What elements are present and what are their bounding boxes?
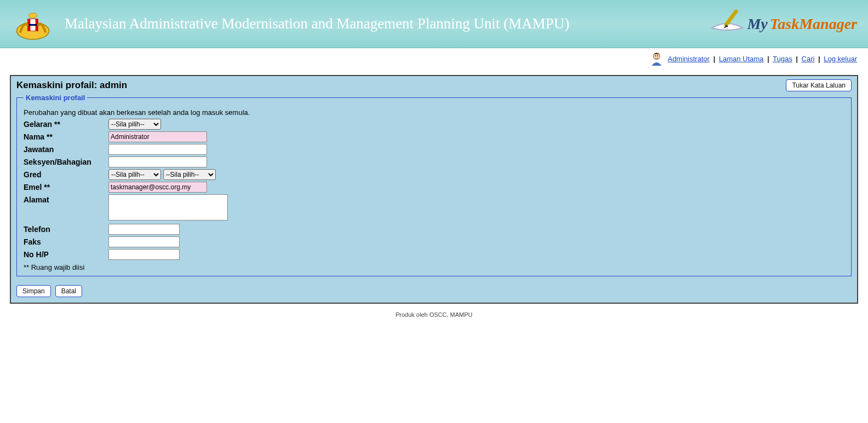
label-seksyen: Seksyen/Bahagian xyxy=(24,157,108,166)
svg-line-7 xyxy=(726,11,736,25)
main-panel: Kemaskini profail: admin Tukar Kata Lalu… xyxy=(10,75,858,304)
alamat-field[interactable] xyxy=(108,194,228,221)
form-legend: Kemaskini profail xyxy=(24,94,87,102)
app-logo-text-left: My xyxy=(747,15,767,33)
label-nohp: No H/P xyxy=(24,249,108,259)
label-gred: Gred xyxy=(24,169,108,179)
label-faks: Faks xyxy=(24,236,108,246)
label-emel: Emel ** xyxy=(24,182,108,192)
nama-field[interactable] xyxy=(108,131,207,142)
seksyen-field[interactable] xyxy=(108,157,207,167)
gred-select-1[interactable]: --Sila pilih-- xyxy=(108,169,161,180)
telefon-field[interactable] xyxy=(108,224,180,235)
jawatan-field[interactable] xyxy=(108,144,207,155)
label-nama: Nama ** xyxy=(24,131,108,141)
form-note: Perubahan yang dibuat akan berkesan sete… xyxy=(24,108,844,117)
emel-field[interactable] xyxy=(108,182,207,193)
required-fields-note: ** Ruang wajib diisi xyxy=(24,263,844,271)
app-logo: MyTaskManager xyxy=(710,8,857,39)
label-alamat: Alamat xyxy=(24,194,108,204)
gred-select-2[interactable]: --Sila pilih-- xyxy=(163,169,216,180)
topnav-logout-link[interactable]: Log keluar xyxy=(824,55,857,63)
profile-form-fieldset: Kemaskini profail Perubahan yang dibuat … xyxy=(16,94,852,276)
topnav-tasks-link[interactable]: Tugas xyxy=(773,55,792,63)
app-logo-text-right: TaskManager xyxy=(770,15,857,33)
label-jawatan: Jawatan xyxy=(24,144,108,154)
header-title: Malaysian Administrative Modernisation a… xyxy=(65,16,601,32)
change-password-button[interactable]: Tukar Kata Laluan xyxy=(786,79,852,91)
faks-field[interactable] xyxy=(108,236,180,247)
form-button-row: Simpan Batal xyxy=(11,282,857,303)
gelaran-select[interactable]: --Sila pilih-- xyxy=(108,119,161,130)
app-logo-icon xyxy=(710,8,745,39)
svg-point-5 xyxy=(28,13,37,18)
topnav-home-link[interactable]: Laman Utama xyxy=(719,55,764,63)
page-header: Kemaskini profail: admin Tukar Kata Lalu… xyxy=(11,76,857,94)
footer-text: Produk oleh OSCC, MAMPU xyxy=(0,304,868,334)
page-title: Kemaskini profail: admin xyxy=(16,80,127,91)
topnav-search-link[interactable]: Cari xyxy=(802,55,815,63)
svg-point-11 xyxy=(657,55,658,56)
nohp-field[interactable] xyxy=(108,249,180,260)
user-avatar-icon xyxy=(649,51,664,67)
nav-separator: | xyxy=(796,55,798,63)
label-gelaran: Gelaran ** xyxy=(24,119,108,129)
top-nav: Administrator | Laman Utama | Tugas | Ca… xyxy=(0,48,868,75)
save-button[interactable]: Simpan xyxy=(16,285,51,297)
nav-separator: | xyxy=(713,55,715,63)
crest-logo xyxy=(11,7,55,41)
svg-rect-4 xyxy=(28,24,37,26)
cancel-button[interactable]: Batal xyxy=(55,285,82,297)
app-header: Malaysian Administrative Modernisation a… xyxy=(0,0,868,48)
label-telefon: Telefon xyxy=(24,224,108,234)
topnav-user-link[interactable]: Administrator xyxy=(668,55,710,63)
nav-separator: | xyxy=(818,55,820,63)
nav-separator: | xyxy=(767,55,769,63)
svg-point-10 xyxy=(655,55,656,56)
